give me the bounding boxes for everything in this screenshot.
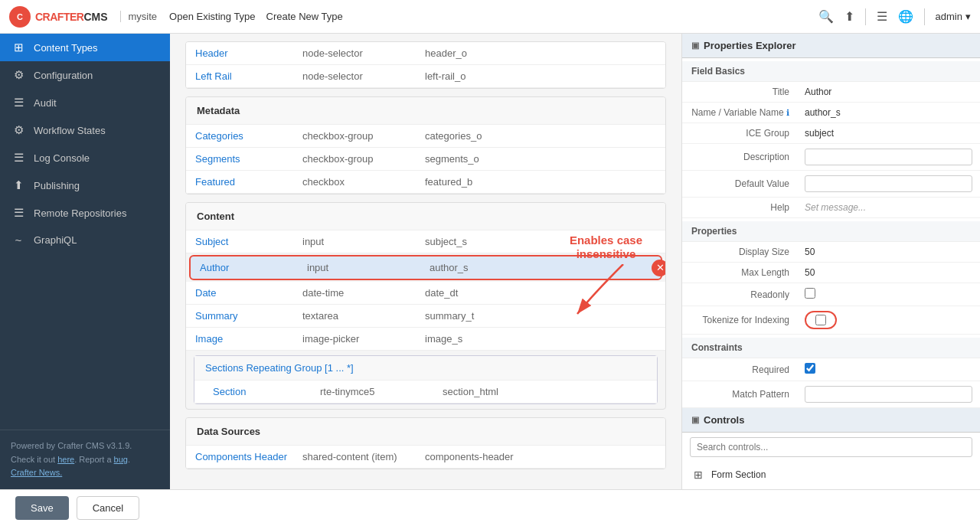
sidebar-label-remote-repositories: Remote Repositories	[34, 207, 126, 219]
match-pattern-value[interactable]	[797, 381, 980, 408]
sidebar-label-audit: Audit	[34, 97, 57, 109]
bug-link[interactable]: bug	[114, 455, 128, 464]
properties-explorer-title: Properties Explorer	[704, 40, 796, 51]
cancel-button[interactable]: Cancel	[77, 496, 139, 520]
tokenize-value-cell[interactable]	[797, 306, 980, 335]
readonly-checkbox[interactable]	[805, 288, 815, 299]
ice-group-row: ICE Group subject	[682, 123, 980, 144]
sidebar-footer: Powered by Crafter CMS v3.1.9. Check it …	[0, 430, 170, 489]
left-rail-field-row[interactable]: Left Rail node-selector left-rail_o	[186, 65, 665, 88]
search-icon[interactable]: 🔍	[818, 9, 834, 24]
sidebar-item-audit[interactable]: ☰ Audit	[0, 89, 170, 116]
upload-icon[interactable]: ⬆	[844, 9, 854, 24]
gear-icon: ⚙	[11, 68, 26, 82]
date-var: date_dt	[425, 287, 458, 299]
username: admin	[936, 11, 962, 22]
globe-icon[interactable]: 🌐	[898, 9, 913, 24]
categories-var: categories_o	[425, 130, 482, 142]
sidebar-label-content-types: Content Types	[34, 42, 98, 54]
topbar-divider2	[924, 8, 925, 25]
tokenize-row: Tokenize for Indexing	[682, 306, 980, 335]
sidebar-item-content-types[interactable]: ⊞ Content Types	[0, 34, 170, 61]
properties-table: Display Size 50 Max Length 50 Readonly T…	[682, 242, 980, 335]
max-length-label: Max Length	[682, 263, 797, 283]
crafter-news-link[interactable]: Crafter News.	[11, 468, 62, 477]
segments-type: checkbox-group	[302, 153, 425, 165]
here-link[interactable]: here	[57, 455, 74, 464]
required-value[interactable]	[797, 358, 980, 381]
sections-link[interactable]: Sections Repeating Group [1 ... *]	[205, 362, 354, 374]
sidebar-item-publishing[interactable]: ⬆ Publishing	[0, 172, 170, 199]
tokenize-highlight[interactable]	[805, 311, 837, 329]
control-form-section[interactable]: ⊞ Form Section	[682, 465, 980, 485]
sidebar-item-graphiql[interactable]: ~ GraphiQL	[0, 227, 170, 253]
categories-type: checkbox-group	[302, 130, 425, 142]
header-field-name[interactable]: Header	[195, 47, 302, 59]
summary-type: textarea	[302, 310, 425, 322]
left-rail-field-name[interactable]: Left Rail	[195, 70, 302, 82]
controls-search	[682, 433, 980, 462]
featured-row[interactable]: Featured checkbox featured_b	[186, 171, 665, 194]
content-section-group: Content Enables caseinsensitive Su	[185, 202, 666, 410]
data-sources-header: Data Sources	[186, 418, 665, 446]
summary-name[interactable]: Summary	[195, 310, 302, 322]
description-value[interactable]	[797, 144, 980, 171]
featured-name[interactable]: Featured	[195, 176, 302, 188]
section-sub-row[interactable]: Section rte-tinymce5 section_html	[194, 381, 657, 403]
readonly-row: Readonly	[682, 283, 980, 306]
required-checkbox[interactable]	[805, 363, 815, 374]
author-close-button[interactable]: ✕	[652, 260, 666, 276]
segments-var: segments_o	[425, 153, 479, 165]
subject-row[interactable]: Subject input subject_s	[186, 230, 665, 253]
match-pattern-input[interactable]	[805, 386, 972, 403]
description-input[interactable]	[805, 149, 972, 165]
image-name[interactable]: Image	[195, 333, 302, 345]
components-header-row[interactable]: Components Header shared-content (item) …	[186, 446, 665, 469]
grid-icon: ⊞	[11, 41, 26, 54]
sidebar-item-log-console[interactable]: ☰ Log Console	[0, 144, 170, 172]
ice-group-value: subject	[797, 123, 980, 144]
components-header-name[interactable]: Components Header	[195, 451, 302, 462]
content-header: Content	[186, 203, 665, 230]
topbar-icons: 🔍 ⬆ ☰ 🌐 admin ▾	[818, 8, 971, 25]
categories-row[interactable]: Categories checkbox-group categories_o	[186, 125, 665, 148]
segments-name[interactable]: Segments	[195, 153, 302, 165]
image-row[interactable]: Image image-picker image_s	[186, 328, 665, 351]
readonly-value[interactable]	[797, 283, 980, 306]
tokenize-checkbox[interactable]	[815, 315, 826, 325]
save-button[interactable]: Save	[15, 496, 69, 520]
author-var: author_s	[430, 262, 469, 273]
create-new-link[interactable]: Create New Type	[266, 11, 343, 22]
data-sources-section-group: Data Sources Components Header shared-co…	[185, 417, 666, 469]
sidebar-item-remote-repositories[interactable]: ☰ Remote Repositories	[0, 199, 170, 227]
logo-text: CRAFTERCMS	[35, 11, 108, 23]
author-name[interactable]: Author	[200, 262, 307, 273]
controls-search-input[interactable]	[690, 437, 972, 457]
segments-row[interactable]: Segments checkbox-group segments_o	[186, 148, 665, 171]
display-size-label: Display Size	[682, 242, 797, 263]
content-area: Header node-selector header_o Left Rail …	[170, 34, 681, 489]
categories-name[interactable]: Categories	[195, 130, 302, 142]
controls-collapse-icon[interactable]: ▣	[691, 415, 699, 425]
default-value-input[interactable]	[805, 175, 972, 192]
section-sub-name[interactable]: Section	[213, 386, 320, 397]
menu-icon[interactable]: ☰	[877, 9, 887, 24]
main-content: Header node-selector header_o Left Rail …	[170, 34, 681, 489]
date-name[interactable]: Date	[195, 287, 302, 299]
components-header-var: components-header	[425, 451, 514, 462]
open-existing-link[interactable]: Open Existing Type	[169, 11, 256, 22]
header-field-row[interactable]: Header node-selector header_o	[186, 42, 665, 65]
sidebar-item-workflow-states[interactable]: ⚙ Workflow States	[0, 116, 170, 144]
help-label: Help	[682, 198, 797, 218]
sidebar-item-configuration[interactable]: ⚙ Configuration	[0, 61, 170, 89]
date-row[interactable]: Date date-time date_dt	[186, 282, 665, 305]
site-name: mysite	[120, 11, 158, 22]
default-value-cell[interactable]	[797, 171, 980, 198]
subject-name[interactable]: Subject	[195, 236, 302, 247]
user-menu[interactable]: admin ▾	[936, 11, 971, 22]
collapse-icon[interactable]: ▣	[691, 41, 699, 51]
summary-row[interactable]: Summary textarea summary_t	[186, 305, 665, 328]
image-var: image_s	[425, 333, 462, 345]
author-row[interactable]: Author input author_s	[189, 255, 662, 280]
author-row-wrapper: Author input author_s ✕	[186, 255, 665, 280]
